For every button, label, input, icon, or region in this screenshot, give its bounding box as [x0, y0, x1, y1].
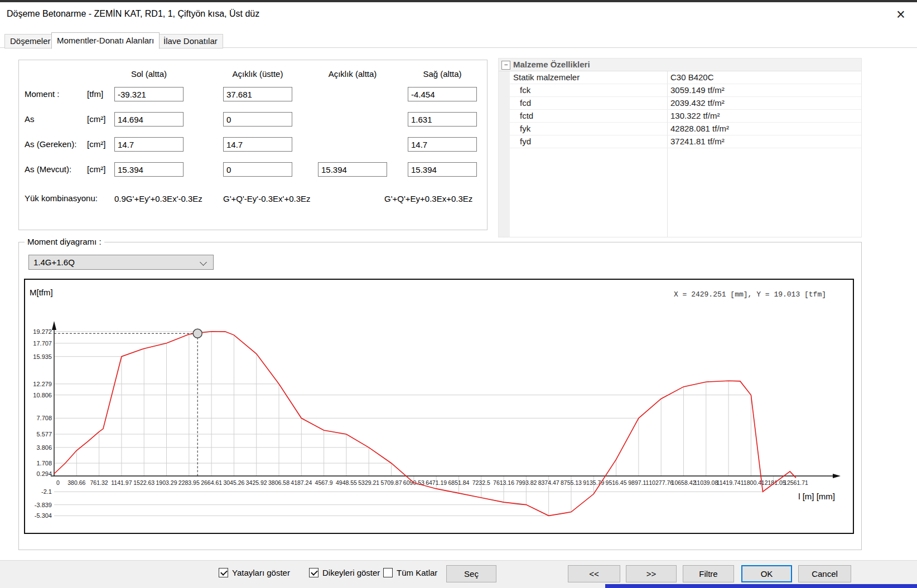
- collapse-icon[interactable]: −: [501, 61, 510, 70]
- col-header-acik-alt: Açıklık (altta): [318, 69, 387, 79]
- filter-button[interactable]: Filtre: [683, 565, 734, 582]
- property-name: fyk: [520, 123, 530, 135]
- material-row[interactable]: fyk 42828.081 tf/m²: [510, 123, 861, 135]
- col-header-acik-ust: Açıklık (üstte): [223, 69, 292, 79]
- property-value: C30 B420C: [670, 71, 714, 84]
- x-tick-label: 1141.97: [111, 479, 132, 486]
- x-tick-label: 4187.24: [291, 479, 312, 486]
- cursor-readout: X = 2429.251 [mm], Y = 19.013 [tfm]: [674, 290, 826, 299]
- y-tick-label: 5.577: [36, 431, 52, 438]
- x-tick-label: 11800.4: [741, 479, 761, 486]
- y-tick-label: 7.708: [36, 415, 52, 421]
- material-row[interactable]: fcd 2039.432 tf/m²: [510, 97, 861, 110]
- ok-button[interactable]: OK: [741, 565, 792, 582]
- input-as-mevcut-sol[interactable]: [114, 162, 184, 177]
- checkbox-yataylari-goster[interactable]: Yatayları göster: [219, 568, 290, 577]
- col-header-sag: Sağ (altta): [408, 69, 477, 79]
- x-tick-label: 11039.08: [694, 479, 718, 486]
- cursor-marker[interactable]: [193, 329, 202, 338]
- x-tick-label: 2283.95: [178, 479, 200, 486]
- x-tick-label: 380.66: [67, 479, 85, 486]
- input-moment-aciklik-ustte[interactable]: [223, 87, 292, 101]
- sec-button[interactable]: Seç: [446, 565, 496, 582]
- material-row[interactable]: fyd 37241.81 tf/m²: [510, 135, 861, 148]
- material-properties-panel: − Malzeme Özellikleri Statik malzemeler …: [498, 58, 862, 237]
- checkbox-label: Dikeyleri göster: [322, 568, 380, 577]
- cancel-button[interactable]: Cancel: [798, 565, 851, 582]
- checkbox-box: [309, 568, 318, 577]
- prev-button[interactable]: <<: [568, 565, 620, 582]
- close-button[interactable]: ×: [890, 4, 911, 25]
- moment-values-panel: Sol (altta) Açıklık (üstte) Açıklık (alt…: [18, 60, 488, 230]
- x-tick-label: 6471.19: [426, 479, 447, 486]
- checkbox-box: [383, 568, 393, 577]
- y-tick-label: 10.806: [33, 392, 52, 399]
- material-properties-header: − Malzeme Özellikleri: [499, 59, 861, 71]
- material-row[interactable]: fck 3059.149 tf/m²: [510, 84, 861, 97]
- input-as-gereken-aciklik-ustte[interactable]: [223, 137, 292, 152]
- x-tick-label: 761.32: [90, 479, 108, 486]
- input-moment-sol[interactable]: [114, 87, 184, 101]
- x-tick-label: 8374.47: [538, 479, 559, 486]
- tab-strip: Döşemeler Momentler-Donatı Alanları İlav…: [0, 32, 917, 48]
- x-tick-label: 5329.21: [358, 479, 379, 486]
- property-value: 42828.081 tf/m²: [670, 123, 729, 135]
- checkbox-dikeyleri-goster[interactable]: Dikeyleri göster: [309, 568, 380, 577]
- x-tick-label: 4948.55: [336, 479, 357, 486]
- row-unit-as-gereken: [cm²]: [87, 137, 105, 152]
- property-name: fck: [520, 84, 530, 96]
- chevron-down-icon: [200, 259, 207, 266]
- tab-ilave-donatilar[interactable]: İlave Donatılar: [158, 34, 223, 48]
- input-as-mevcut-aciklik-ustte[interactable]: [223, 162, 292, 177]
- next-button[interactable]: >>: [626, 565, 677, 582]
- input-as-sag[interactable]: [408, 112, 477, 127]
- dialog-window: Döşeme Betonarme - ZEMİN KAT, RD1, 1, Çi…: [0, 0, 917, 588]
- input-moment-sag[interactable]: [408, 87, 477, 101]
- tab-momentler-donati-alanlari[interactable]: Momentler-Donatı Alanları: [51, 32, 160, 49]
- property-name: fyd: [520, 135, 531, 148]
- y-tick-label: 3.806: [36, 444, 52, 451]
- row-label-as: As: [25, 112, 35, 127]
- x-tick-label: 12181.05: [761, 479, 786, 486]
- input-as-mevcut-sag[interactable]: [408, 162, 477, 177]
- x-tick-label: 0: [56, 479, 60, 486]
- y-tick-label: -5.304: [35, 512, 52, 519]
- y-tick-label: 1.708: [36, 460, 52, 466]
- y-tick-label: -3.839: [35, 502, 52, 508]
- input-as-gereken-sag[interactable]: [408, 137, 477, 152]
- input-as-aciklik-ustte[interactable]: [223, 112, 292, 127]
- x-tick-label: 7993.82: [515, 479, 537, 486]
- input-as-sol[interactable]: [114, 112, 184, 127]
- tab-label: İlave Donatılar: [163, 36, 218, 46]
- property-value: 2039.432 tf/m²: [670, 97, 725, 109]
- material-row[interactable]: Statik malzemeler C30 B420C: [510, 71, 861, 84]
- row-label-moment: Moment :: [25, 87, 60, 101]
- x-tick-label: 8755.13: [561, 479, 582, 486]
- y-tick-label: 15.935: [33, 353, 52, 360]
- x-tick-label: 3045.26: [223, 479, 244, 486]
- y-tick-label: 17.707: [33, 340, 52, 347]
- input-as-mevcut-aciklik-altta[interactable]: [318, 162, 387, 177]
- checkbox-label: Tüm Katlar: [397, 568, 437, 577]
- x-tick-label: 7232.5: [472, 479, 490, 486]
- material-row[interactable]: fctd 130.322 tf/m²: [510, 110, 861, 123]
- tab-label: Momentler-Donatı Alanları: [57, 36, 154, 45]
- moment-diagram-chart[interactable]: 19.27217.70715.93512.27910.8067.7085.577…: [25, 280, 853, 533]
- tab-dosemeler[interactable]: Döşemeler: [4, 34, 56, 48]
- load-combination-dropdown[interactable]: 1.4G+1.6Q: [28, 255, 214, 270]
- property-value: 37241.81 tf/m²: [670, 135, 725, 148]
- row-unit-as-mevcut: [cm²]: [87, 162, 105, 177]
- x-tick-label: 3425.92: [246, 479, 267, 486]
- moment-diagram-groupbox: Moment diyagramı : 1.4G+1.6Q 19.27217.70…: [18, 242, 862, 550]
- y-axis-arrow-icon: [52, 321, 56, 330]
- checkbox-tum-katlar[interactable]: Tüm Katlar: [383, 568, 437, 577]
- property-value: 130.322 tf/m²: [670, 110, 720, 122]
- close-icon: ×: [896, 6, 905, 23]
- col-header-sol: Sol (altta): [114, 69, 184, 79]
- material-properties-title: Malzeme Özellikleri: [513, 60, 590, 69]
- load-combo-aciklik: G'+Q'-Ey'-0.3Ex'+0.3Ez: [223, 194, 311, 203]
- input-as-gereken-sol[interactable]: [114, 137, 184, 152]
- row-label-as-gereken: As (Gereken):: [25, 137, 76, 152]
- y-tick-label: 0.294: [36, 470, 52, 477]
- row-unit-moment: [tfm]: [87, 87, 103, 101]
